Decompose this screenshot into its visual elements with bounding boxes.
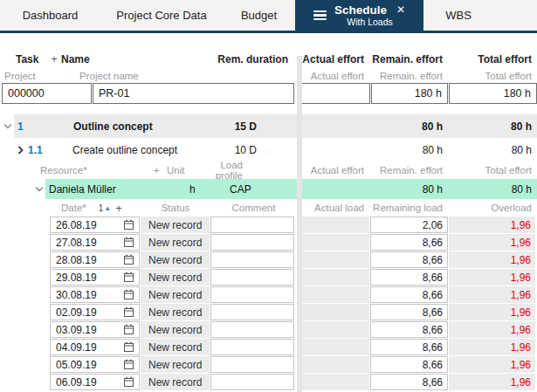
actual-load-cell[interactable] [302, 251, 369, 268]
tab-budget[interactable]: Budget [223, 0, 295, 31]
tab-wbs[interactable]: WBS [423, 0, 493, 31]
project-remain-effort-field[interactable] [371, 83, 448, 104]
comment-cell[interactable] [210, 339, 294, 355]
chevron-down-icon[interactable] [33, 186, 45, 192]
overload-cell[interactable]: 1,96 [449, 339, 535, 355]
actual-load-cell[interactable] [302, 304, 369, 320]
remaining-load-cell[interactable]: 8,66 [370, 321, 448, 338]
overload-cell[interactable]: 1,96 [449, 269, 535, 285]
calendar-icon[interactable] [123, 341, 134, 353]
task-row-1[interactable]: 1 Outline concept 15 D 80 h 80 h [0, 114, 537, 138]
tab-project-core-data[interactable]: Project Core Data [100, 0, 223, 31]
close-icon[interactable]: ✕ [396, 4, 405, 17]
calendar-icon[interactable] [123, 376, 134, 388]
overload-cell[interactable]: 1,96 [449, 304, 535, 320]
date-cell[interactable]: 02.09.19 [50, 304, 140, 320]
resource-unit: h [189, 183, 230, 196]
chevron-down-icon[interactable] [2, 123, 14, 129]
comment-cell[interactable] [210, 286, 294, 303]
calendar-icon[interactable] [123, 289, 134, 300]
remaining-load-cell[interactable]: 8,66 [370, 374, 448, 390]
project-actual-effort-field[interactable] [301, 83, 370, 104]
calendar-icon[interactable] [123, 237, 134, 248]
calendar-icon[interactable] [123, 254, 134, 265]
status-cell[interactable]: New record [141, 321, 210, 338]
status-cell[interactable]: New record [141, 251, 210, 268]
actual-load-cell[interactable] [302, 286, 369, 303]
actual-load-cell[interactable] [302, 234, 369, 251]
comment-cell[interactable] [210, 356, 294, 373]
comment-cell[interactable] [210, 321, 294, 338]
col-project: Project [0, 71, 74, 81]
date-cell[interactable]: 03.09.19 [50, 321, 140, 338]
date-cell[interactable]: 30.08.19 [50, 286, 140, 303]
add-load-record-button[interactable]: + [115, 202, 122, 215]
calendar-icon[interactable] [123, 306, 134, 318]
overload-cell[interactable]: 1,96 [449, 356, 535, 373]
status-cell[interactable]: New record [141, 374, 210, 390]
add-task-button[interactable]: + [47, 53, 61, 65]
load-row: 02.09.19 New record [0, 304, 537, 320]
status-value: New record [148, 359, 202, 371]
remaining-load-cell[interactable]: 8,66 [370, 304, 448, 320]
actual-load-cell[interactable] [302, 269, 369, 285]
status-cell[interactable]: New record [141, 234, 210, 251]
remaining-load-cell[interactable]: 2,06 [370, 217, 448, 233]
overload-cell[interactable]: 1,96 [449, 234, 535, 251]
comment-cell[interactable] [210, 251, 294, 268]
resource-load-profile: CAP [230, 183, 297, 196]
comment-cell[interactable] [210, 217, 294, 233]
project-id-field[interactable] [2, 83, 92, 104]
date-cell[interactable]: 04.09.19 [50, 339, 140, 355]
date-cell[interactable]: 06.09.19 [50, 374, 140, 390]
menu-icon[interactable] [313, 10, 327, 21]
status-cell[interactable]: New record [141, 286, 210, 303]
calendar-icon[interactable] [123, 359, 134, 370]
overload-cell[interactable]: 1,96 [449, 286, 535, 303]
remaining-load-cell[interactable]: 8,66 [370, 251, 448, 268]
project-total-effort-field[interactable] [449, 83, 537, 104]
resource-row[interactable]: Daniela Müller h CAP 80 h 80 h [0, 179, 537, 199]
remaining-load-cell[interactable]: 8,66 [370, 286, 448, 303]
status-cell[interactable]: New record [141, 304, 210, 320]
remaining-load-cell[interactable]: 8,66 [370, 234, 448, 251]
comment-cell[interactable] [210, 269, 294, 285]
tab-dashboard[interactable]: Dashboard [0, 0, 100, 31]
actual-load-cell[interactable] [302, 339, 369, 355]
actual-load-cell[interactable] [302, 217, 369, 233]
overload-cell[interactable]: 1,96 [449, 374, 535, 390]
remaining-load-cell[interactable]: 8,66 [370, 339, 448, 355]
status-cell[interactable]: New record [141, 269, 210, 285]
actual-load-cell[interactable] [302, 321, 369, 338]
actual-load-cell[interactable] [302, 374, 369, 390]
date-cell[interactable]: 05.09.19 [50, 356, 140, 373]
comment-cell[interactable] [210, 304, 294, 320]
comment-cell[interactable] [210, 234, 294, 251]
remaining-load-cell[interactable]: 8,66 [370, 269, 448, 285]
project-name-field[interactable] [93, 83, 294, 104]
remaining-load-cell[interactable]: 8,66 [370, 356, 448, 373]
actual-load-cell[interactable] [302, 356, 369, 373]
task-row-1-1[interactable]: 1.1 Create outline concept 10 D 80 h 80 … [0, 138, 537, 162]
status-cell[interactable]: New record [141, 339, 210, 355]
date-cell[interactable]: 28.08.19 [50, 251, 140, 268]
add-resource-button[interactable]: + [151, 165, 162, 175]
calendar-icon[interactable] [123, 272, 134, 283]
date-cell[interactable]: 29.08.19 [50, 269, 140, 285]
overload-cell[interactable]: 1,96 [449, 251, 535, 268]
calendar-icon[interactable] [123, 324, 134, 335]
col-status: Status [141, 203, 210, 213]
status-cell[interactable]: New record [141, 217, 210, 233]
date-cell[interactable]: 26.08.19 [50, 217, 140, 233]
status-cell[interactable]: New record [141, 356, 210, 373]
tab-schedule[interactable]: Schedule ✕ With Loads [295, 0, 423, 31]
overload-cell[interactable]: 1,96 [449, 321, 535, 338]
overload-value: 1,96 [511, 376, 531, 389]
sort-control[interactable]: 1 ▲ + [99, 202, 122, 215]
comment-cell[interactable] [210, 374, 294, 390]
remaining-load-value: 8,66 [423, 306, 443, 319]
chevron-right-icon[interactable] [14, 146, 26, 155]
calendar-icon[interactable] [123, 219, 134, 230]
date-cell[interactable]: 27.08.19 [50, 234, 140, 251]
overload-cell[interactable]: 1,96 [449, 217, 535, 233]
